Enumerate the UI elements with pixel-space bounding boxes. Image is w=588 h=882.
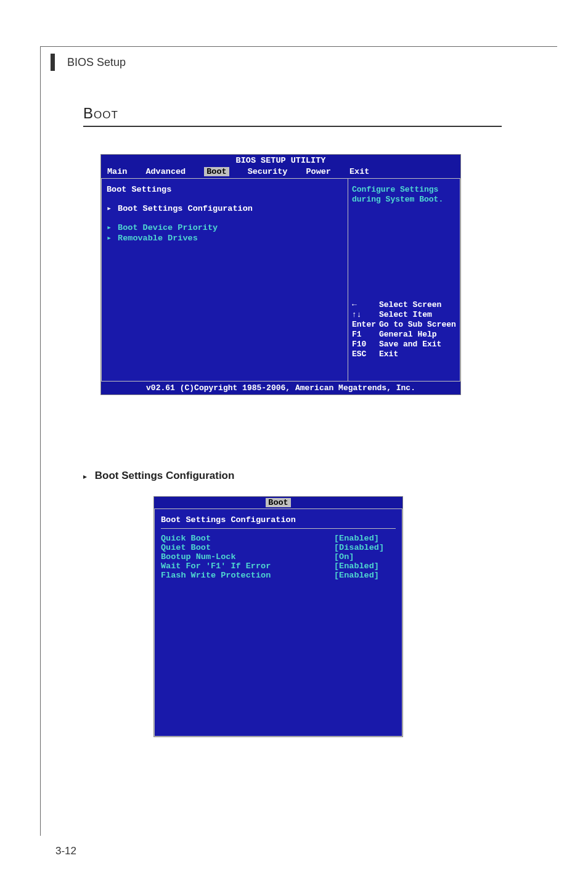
section-heading-text: Boot Settings Configuration [95,470,235,481]
bios-tab-bar: Main Advanced Boot Security Power Exit [101,166,460,178]
section-heading: ▸ Boot Settings Configuration [83,470,234,482]
bios2-body: Boot Settings Configuration Quick Boot [… [154,508,402,737]
header-text: BIOS Setup [67,56,126,69]
menu-item-removable-drives: ▸ Removable Drives [107,232,343,243]
menu-item-boot-device-priority: ▸ Boot Device Priority [107,222,343,232]
triangle-icon: ▸ [107,232,113,243]
bios2-title-bar: Boot [154,497,402,508]
help-general-help: F1General Help [352,330,456,339]
help-sub-screen: EnterGo to Sub Screen [352,320,456,329]
bios-screenshot-boot-settings: BIOS SETUP UTILITY Main Advanced Boot Se… [100,154,461,395]
bios-body: Boot Settings ▸ Boot Settings Configurat… [101,178,460,382]
tab-exit: Exit [349,167,369,176]
bios-copyright-footer: v02.61 (C)Copyright 1985-2006, American … [101,382,460,394]
page-header: BIOS Setup [51,54,126,71]
setting-flash-write-protection: Flash Write Protection [Enabled] [161,571,396,580]
help-select-item: ↑↓Select Item [352,310,456,319]
help-exit: ESCExit [352,349,456,359]
triangle-icon: ▸ [107,203,113,213]
triangle-icon: ▸ [83,472,87,481]
setting-quick-boot: Quick Boot [Enabled] [161,534,396,543]
tab-power: Power [306,167,331,176]
triangle-icon: ▸ [107,222,113,232]
help-desc-line2: during System Boot. [352,195,456,204]
page-number: 3-12 [55,845,76,857]
setting-quiet-boot: Quiet Boot [Disabled] [161,543,396,552]
bios-help-panel: Configure Settings during System Boot. ←… [348,178,460,382]
help-desc-line1: Configure Settings [352,185,456,194]
tab-main: Main [107,167,127,176]
setting-bootup-numlock: Bootup Num-Lock [On] [161,552,396,561]
tab-advanced: Advanced [145,167,186,176]
bios-screenshot-boot-settings-config: Boot Boot Settings Configuration Quick B… [153,496,403,737]
boot-settings-heading: Boot Settings [107,185,343,194]
bios2-title: Boot [266,498,290,507]
title-bar: Boot [83,105,502,127]
help-select-screen: ←Select Screen [352,300,456,309]
bios2-heading: Boot Settings Configuration [161,515,396,529]
tab-boot: Boot [204,167,229,176]
help-save-exit: F10Save and Exit [352,340,456,349]
page-title: Boot [83,105,502,127]
bios-left-panel: Boot Settings ▸ Boot Settings Configurat… [101,178,348,382]
setting-wait-f1: Wait For 'F1' If Error [Enabled] [161,561,396,571]
menu-item-boot-settings-config: ▸ Boot Settings Configuration [107,203,343,213]
header-marker [51,54,55,71]
tab-security: Security [248,167,288,176]
bios-utility-title: BIOS SETUP UTILITY [101,155,460,166]
